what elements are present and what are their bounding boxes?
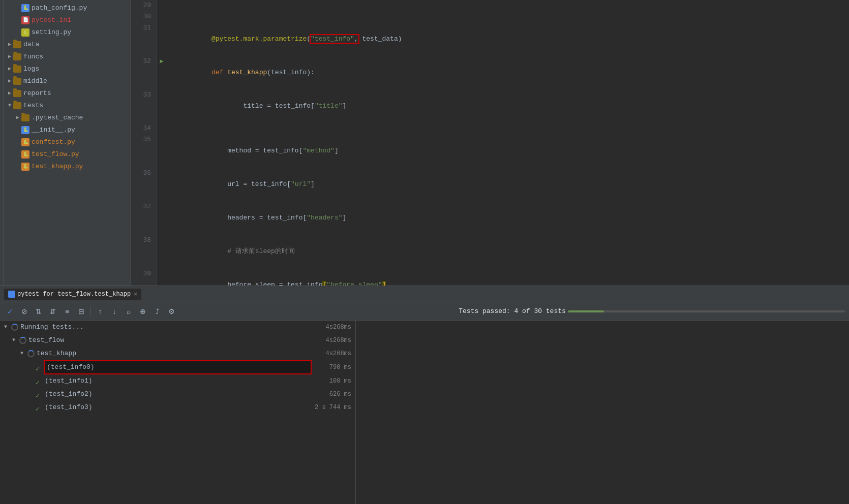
line-num: 35 (131, 134, 157, 168)
code-line-32: 32 ▶ def test_khapp(test_info): (131, 56, 849, 89)
run-tree-test-khapp-group[interactable]: ▼ test_khapp 4s268ms (0, 347, 355, 360)
bracket-close: ] (382, 281, 386, 286)
py-file-icon: 🐍 (21, 126, 29, 134)
toolbar-sort1-btn[interactable]: ⇅ (33, 305, 45, 318)
file-tree-item-conftest[interactable]: 🐍 conftest.py (4, 136, 131, 148)
file-tree-item-setting[interactable]: 🐍 setting.py (4, 26, 131, 39)
toolbar-export1-btn[interactable]: ⊕ (137, 305, 149, 318)
toolbar-align-btn[interactable]: ≡ (61, 305, 73, 318)
comment: # 请求前sleep的时间 (211, 247, 295, 255)
str: "title" (315, 102, 343, 110)
line-num: 31 (131, 22, 157, 56)
toolbar-separator (90, 306, 91, 317)
file-tree-item-data[interactable]: ▶ data (4, 39, 131, 51)
bracket: [ (311, 102, 315, 110)
paren: ( (307, 35, 311, 43)
run-tab-active[interactable]: pytest for test_flow.test_khapp ✕ (4, 289, 141, 300)
run-tree-running[interactable]: ▼ Running tests... 4s268ms (0, 321, 355, 334)
bracket: ] (343, 102, 347, 110)
toolbar-stop-btn[interactable]: ⊘ (18, 305, 31, 318)
file-tree-item-reports[interactable]: ▶ reports (4, 87, 131, 100)
file-tree-item-tests[interactable]: ▼ tests (4, 100, 131, 112)
folder-arrow: ▶ (6, 40, 13, 50)
file-label: pytest.ini (32, 15, 71, 25)
line-content: @pytest.mark.parametrize("test_info", te… (167, 22, 849, 56)
run-tree-test-info1[interactable]: ✓ (test_info1) 108 ms (0, 374, 355, 388)
progress-bar-fill (568, 310, 604, 312)
str: "headers" (307, 214, 342, 222)
run-tree-test-info2[interactable]: ✓ (test_info2) 626 ms (0, 388, 355, 401)
run-tree-test-info0[interactable]: ✓ (test_info0) 790 ms (0, 360, 355, 374)
run-label-test-info1: (test_info1) (45, 375, 311, 387)
file-tree-item-init[interactable]: 🐍 __init__.py (4, 124, 131, 136)
param: test_info (271, 69, 307, 76)
toolbar-down-btn[interactable]: ↓ (108, 305, 120, 318)
toolbar-search-btn[interactable]: ⌕ (123, 305, 135, 318)
bracket: [ (287, 180, 291, 188)
toolbar-export2-btn[interactable]: ⤴ (151, 305, 163, 318)
file-tree-item-pytest-ini[interactable]: 📄 pytest.ini (4, 14, 131, 26)
file-tree-item-funcs[interactable]: ▶ funcs (4, 51, 131, 63)
line-gutter (157, 0, 167, 11)
toolbar-check-btn[interactable]: ✓ (4, 305, 16, 318)
run-output-area (356, 321, 849, 504)
line-gutter: ▶ (157, 56, 167, 89)
op: = (263, 102, 275, 110)
run-tab-bar: pytest for test_flow.test_khapp ✕ (0, 286, 849, 302)
op: = (251, 147, 263, 154)
var: headers (211, 214, 255, 222)
ini-file-icon: 📄 (21, 16, 29, 24)
toolbar-up-btn[interactable]: ↑ (94, 305, 106, 318)
file-tree-item-middle[interactable]: ▶ middle (4, 75, 131, 87)
bracket: ] (311, 180, 315, 188)
file-tree-item-test-khapp[interactable]: 🐍 test_khapp.py (4, 161, 131, 173)
toolbar-settings-btn[interactable]: ⚙ (165, 305, 177, 318)
str: "method" (302, 147, 334, 154)
var: test_info (287, 281, 322, 286)
run-tab-close-btn[interactable]: ✕ (134, 291, 137, 297)
code-line-39: 39 before_sleep = test_info["before_slee… (131, 268, 849, 286)
run-time-test-info1: 108 ms (311, 375, 351, 387)
var: url (211, 180, 239, 188)
toolbar-unalign-btn[interactable]: ⊟ (75, 305, 87, 318)
file-tree: 🐍 path_config.py 📄 pytest.ini 🐍 setting.… (4, 0, 131, 286)
line-gutter (157, 22, 167, 56)
run-tree-test-flow[interactable]: ▼ test_flow 4s268ms (0, 334, 355, 347)
toolbar-sort2-btn[interactable]: ⇵ (47, 305, 59, 318)
line-content: url = test_info["url"] (167, 168, 849, 201)
var: test_info (263, 147, 298, 154)
py-file-icon: 🐍 (21, 28, 29, 37)
run-content: ▼ Running tests... 4s268ms ▼ test_flow 4… (0, 321, 849, 504)
file-label: setting.py (32, 27, 71, 38)
code-editor: 29 30 31 @pytest.mark.parametrize("test_… (131, 0, 849, 286)
py-file-icon: 🐍 (21, 138, 29, 146)
line-num: 32 (131, 56, 157, 89)
file-tree-item-path-config[interactable]: 🐍 path_config.py (4, 2, 131, 14)
code-line-35: 35 method = test_info["method"] (131, 134, 849, 168)
line-num: 29 (131, 0, 157, 11)
file-label: path_config.py (32, 3, 87, 13)
spinner-icon (27, 350, 35, 357)
run-time-running: 4s268ms (311, 322, 351, 333)
line-content (167, 11, 849, 22)
run-label-test-flow: test_flow (28, 335, 311, 346)
folder-arrow: ▶ (6, 52, 13, 62)
folder-icon (13, 90, 21, 97)
folder-arrow: ▼ (6, 101, 13, 111)
folder-icon (13, 53, 21, 60)
file-tree-item-pytest-cache[interactable]: ▶ .pytest_cache (4, 112, 131, 124)
run-toolbar: ✓ ⊘ ⇅ ⇵ ≡ ⊟ ↑ ↓ ⌕ ⊕ ⤴ ⚙ Tests passed: 4 … (0, 302, 849, 321)
file-tree-item-test-flow[interactable]: 🐍 test_flow.py (4, 148, 131, 161)
run-time-test-info3: 2 s 744 ms (311, 402, 351, 413)
line-num: 30 (131, 11, 157, 22)
run-tab-icon (8, 291, 15, 298)
file-tree-item-logs[interactable]: ▶ logs (4, 63, 131, 75)
run-label-test-info2: (test_info2) (45, 389, 311, 400)
bracket: ] (335, 147, 339, 154)
folder-label: logs (23, 64, 39, 74)
bracket: ] (343, 214, 347, 222)
tests-status-text: Tests passed: 4 of 30 tests (459, 307, 566, 315)
var: test_info (267, 214, 302, 222)
run-tree-test-info3[interactable]: ✓ (test_info3) 2 s 744 ms (0, 401, 355, 414)
line-content: title = test_info["title"] (167, 89, 849, 123)
